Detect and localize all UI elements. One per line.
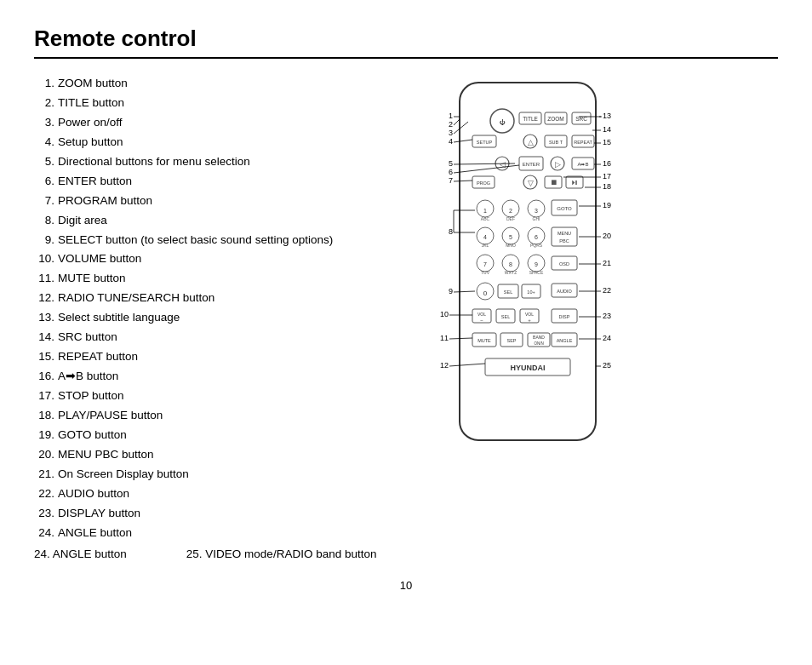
- svg-text:8: 8: [509, 261, 512, 267]
- list-item: 17.STOP button: [34, 387, 392, 406]
- list-item: 14.SRC button: [34, 328, 392, 347]
- svg-text:MNO: MNO: [506, 243, 516, 248]
- svg-text:VOL: VOL: [525, 312, 534, 317]
- svg-text:PQRS: PQRS: [530, 243, 543, 248]
- svg-text:4: 4: [483, 234, 487, 240]
- svg-text:HYUNDAI: HYUNDAI: [510, 364, 545, 372]
- list-item: 10.VOLUME button: [34, 249, 392, 269]
- svg-text:3: 3: [535, 208, 538, 214]
- svg-text:△: △: [528, 138, 534, 146]
- svg-text:25: 25: [603, 361, 611, 370]
- svg-text:ZOOM: ZOOM: [547, 116, 564, 122]
- svg-text:18: 18: [603, 182, 611, 191]
- svg-text:+: +: [528, 318, 531, 323]
- svg-text:ANGLE: ANGLE: [557, 338, 573, 343]
- svg-text:REPEAT: REPEAT: [574, 140, 592, 145]
- svg-text:8: 8: [449, 227, 453, 236]
- list-item: 3.Power on/off: [34, 113, 392, 133]
- svg-text:VOL: VOL: [477, 312, 486, 317]
- svg-text:DEF: DEF: [506, 216, 515, 221]
- svg-text:▽: ▽: [528, 179, 534, 187]
- list-item: 7.PROGRAM button: [34, 192, 392, 211]
- list-item: 5.Directional buttons for menu selection: [34, 152, 392, 172]
- bottom-row: 24. ANGLE button 25. VIDEO mode/RADIO ba…: [34, 545, 392, 565]
- svg-text:9: 9: [535, 261, 538, 267]
- svg-text:SEL: SEL: [504, 290, 512, 295]
- svg-text:24: 24: [603, 334, 611, 342]
- svg-text:15: 15: [603, 138, 611, 146]
- list-item: 23.DISPLAY button: [34, 504, 392, 524]
- svg-text:1: 1: [449, 112, 453, 120]
- svg-text:TUV: TUV: [481, 270, 490, 275]
- svg-text:A➡B: A➡B: [577, 162, 588, 167]
- svg-text:SEP: SEP: [506, 338, 516, 343]
- item-24: 24. ANGLE button: [34, 545, 127, 565]
- list-item: 24.ANGLE button: [34, 524, 392, 543]
- svg-text:17: 17: [603, 172, 611, 181]
- svg-text:SETUP: SETUP: [477, 140, 493, 145]
- svg-text:−: −: [480, 318, 483, 323]
- svg-text:OSD: OSD: [559, 261, 569, 267]
- svg-text:23: 23: [603, 312, 611, 320]
- svg-text:12: 12: [440, 361, 449, 370]
- svg-text:⏯: ⏯: [571, 178, 579, 186]
- svg-text:PROG: PROG: [477, 181, 490, 186]
- svg-text:AUDIO: AUDIO: [557, 289, 572, 294]
- list-item: 15.REPEAT button: [34, 347, 392, 367]
- svg-text:7: 7: [483, 261, 487, 267]
- svg-text:7: 7: [449, 176, 453, 185]
- svg-text:JKL: JKL: [482, 243, 489, 248]
- svg-text:SEL: SEL: [501, 314, 510, 319]
- svg-text:ON/N: ON/N: [534, 341, 543, 346]
- svg-text:⏻: ⏻: [500, 119, 506, 125]
- svg-text:20: 20: [603, 232, 611, 240]
- svg-text:22: 22: [603, 286, 611, 295]
- svg-text:SPACE: SPACE: [529, 270, 544, 275]
- svg-text:5: 5: [509, 234, 512, 240]
- svg-text:9: 9: [449, 287, 453, 295]
- svg-text:1: 1: [483, 208, 487, 214]
- svg-text:14: 14: [603, 125, 611, 134]
- list-item: 8.Digit area: [34, 211, 392, 231]
- svg-text:ENTER: ENTER: [523, 162, 540, 167]
- page-title: Remote control: [34, 26, 778, 59]
- list-item: 21.On Screen Display button: [34, 465, 392, 484]
- svg-text:2: 2: [509, 208, 512, 214]
- svg-text:PBC: PBC: [559, 238, 569, 244]
- svg-text:MENU: MENU: [558, 231, 571, 236]
- svg-text:GOTO: GOTO: [557, 206, 572, 211]
- item-25: 25. VIDEO mode/RADIO band button: [186, 545, 377, 565]
- list-item: 12.RADIO TUNE/SEARCH button: [34, 289, 392, 308]
- list-item: 16.A➡B button: [34, 367, 392, 387]
- svg-text:6: 6: [535, 234, 538, 240]
- list-item: 9.SELECT button (to select basic sound s…: [34, 231, 392, 250]
- svg-text:⏹: ⏹: [550, 178, 558, 186]
- svg-text:10+: 10+: [527, 290, 535, 295]
- svg-text:11: 11: [440, 334, 449, 342]
- svg-text:WXYZ: WXYZ: [505, 270, 517, 275]
- svg-text:19: 19: [603, 201, 611, 209]
- list-item: 11.MUTE button: [34, 269, 392, 289]
- svg-text:▷: ▷: [555, 160, 561, 169]
- svg-line-99: [454, 119, 460, 125]
- svg-text:13: 13: [603, 112, 611, 120]
- svg-text:BAND: BAND: [533, 335, 545, 340]
- list-item: 13.Select subtitle language: [34, 308, 392, 328]
- page-number: 10: [34, 579, 778, 592]
- svg-text:4: 4: [449, 137, 453, 146]
- svg-text:DISP: DISP: [559, 314, 570, 319]
- list-item: 18.PLAY/PAUSE button: [34, 406, 392, 426]
- svg-text:GHI: GHI: [533, 216, 540, 221]
- svg-text:16: 16: [603, 159, 611, 168]
- list-item: 20.MENU PBC button: [34, 445, 392, 465]
- svg-text:6: 6: [449, 168, 453, 176]
- remote-diagram: ⏻ TITLE ZOOM SRC SETUP △ SUB T REPEAT: [409, 74, 778, 564]
- svg-text:MUTE: MUTE: [477, 338, 491, 343]
- svg-text:5: 5: [449, 159, 453, 168]
- svg-text:ABC: ABC: [481, 216, 490, 221]
- svg-text:SUB T: SUB T: [549, 140, 563, 145]
- svg-text:21: 21: [603, 259, 611, 267]
- svg-text:TITLE: TITLE: [523, 116, 538, 122]
- svg-text:10: 10: [440, 310, 449, 318]
- svg-text:3: 3: [449, 129, 453, 137]
